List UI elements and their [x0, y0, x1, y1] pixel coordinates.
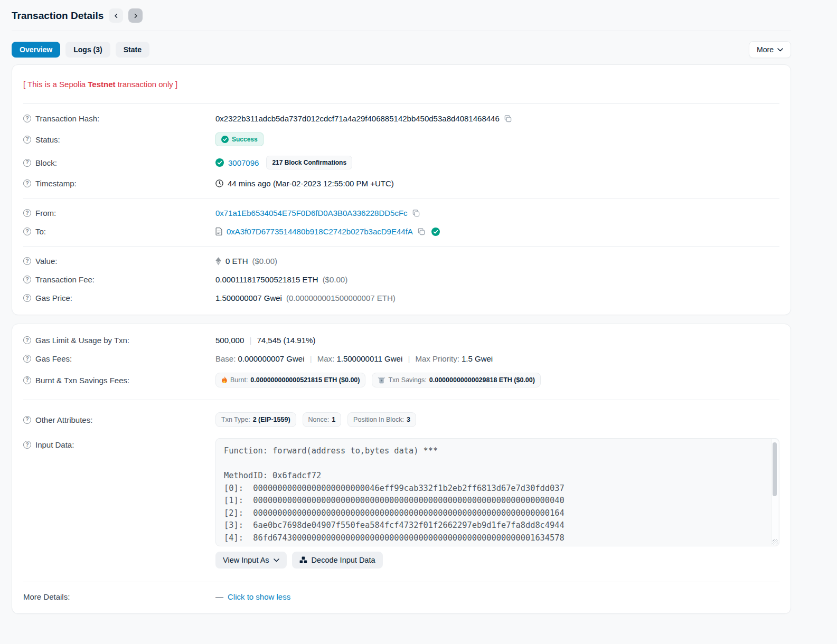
- divider: [23, 103, 779, 104]
- separator: |: [244, 336, 257, 345]
- more-dropdown-button[interactable]: More: [749, 41, 791, 58]
- copy-icon: [504, 115, 512, 122]
- help-icon[interactable]: ?: [23, 416, 31, 424]
- row-input-data: ?Input Data: Function: forward(address t…: [23, 432, 779, 573]
- block-confirmations-badge: 217 Block Confirmations: [266, 156, 352, 169]
- copy-to-address-button[interactable]: [417, 228, 425, 235]
- chevron-left-icon: [114, 13, 119, 18]
- eth-diamond-icon: [215, 257, 221, 266]
- minus-icon: —: [215, 592, 223, 601]
- block-number-link[interactable]: 3007096: [228, 158, 259, 167]
- from-address-link[interactable]: 0x71a1Eb6534054E75F0D6fD0A3B0A336228DD5c…: [215, 209, 408, 217]
- decode-input-data-button[interactable]: Decode Input Data: [292, 552, 383, 569]
- row-transaction-fee: ?Transaction Fee: 0.000111817500521815 E…: [23, 270, 779, 289]
- gas-limit-label: Gas Limit & Usage by Txn:: [35, 336, 129, 345]
- separator: |: [304, 354, 317, 363]
- position-in-block-badge: Position In Block: 3: [347, 412, 416, 427]
- to-address-link[interactable]: 0xA3f07D6773514480b918C2742b027b3acD9E44…: [227, 227, 413, 236]
- txn-hash-label: Transaction Hash:: [35, 114, 99, 123]
- help-icon[interactable]: ?: [23, 209, 31, 217]
- copy-icon: [417, 228, 425, 235]
- help-icon[interactable]: ?: [23, 115, 31, 122]
- tabs-row: Overview Logs (3) State More: [12, 41, 791, 58]
- scrollbar-thumb[interactable]: [773, 442, 777, 496]
- decode-input-data-label: Decode Input Data: [312, 556, 375, 564]
- tab-logs[interactable]: Logs (3): [65, 42, 110, 58]
- help-icon[interactable]: ?: [23, 136, 31, 144]
- verified-check-icon: [431, 228, 440, 236]
- chevron-down-icon: [274, 558, 279, 562]
- chevron-right-icon: [133, 13, 138, 18]
- row-value: ?Value: 0 ETH ($0.00): [23, 252, 779, 270]
- help-icon[interactable]: ?: [23, 336, 31, 344]
- burnt-badge-label: Burnt:: [230, 376, 248, 384]
- copy-from-address-button[interactable]: [412, 209, 420, 217]
- max-priority-label: Max Priority:: [415, 354, 459, 363]
- details-card: ?Gas Limit & Usage by Txn: 500,000 | 74,…: [12, 324, 791, 614]
- row-block: ?Block: 3007096 217 Block Confirmations: [23, 151, 779, 174]
- help-icon[interactable]: ?: [23, 159, 31, 167]
- help-icon[interactable]: ?: [23, 179, 31, 187]
- overview-card: [ This is a Sepolia Testnet transaction …: [12, 64, 791, 315]
- help-icon[interactable]: ?: [23, 228, 31, 235]
- gas-limit-value: 500,000: [215, 336, 244, 345]
- next-transaction-button[interactable]: [128, 8, 143, 23]
- more-label: More: [757, 45, 774, 54]
- check-circle-icon: [215, 158, 224, 167]
- position-label: Position In Block:: [353, 416, 404, 423]
- contract-file-icon: [215, 228, 222, 235]
- page-title: Transaction Details: [12, 10, 104, 22]
- fire-icon: [221, 376, 228, 384]
- help-icon[interactable]: ?: [23, 355, 31, 363]
- burnt-badge-value: 0.000000000000521815 ETH ($0.00): [250, 376, 360, 384]
- gas-price-eth: (0.000000001500000007 ETH): [286, 293, 396, 302]
- tab-overview[interactable]: Overview: [12, 42, 60, 58]
- block-label: Block:: [35, 158, 57, 167]
- status-badge: Success: [215, 132, 264, 146]
- nonce-value: 1: [332, 416, 335, 423]
- value-usd: ($0.00): [252, 257, 278, 266]
- input-data-label: Input Data:: [35, 440, 74, 449]
- help-icon[interactable]: ?: [23, 294, 31, 302]
- divider: [23, 582, 779, 582]
- txn-type-badge: Txn Type: 2 (EIP-1559): [215, 412, 296, 427]
- txn-type-label: Txn Type:: [221, 416, 250, 423]
- input-data-box[interactable]: Function: forward(address to,bytes data)…: [215, 438, 779, 546]
- value-label: Value:: [35, 257, 57, 266]
- resize-handle[interactable]: [773, 539, 778, 545]
- copy-txn-hash-button[interactable]: [504, 115, 512, 122]
- max-fee-value: 1.500000011 Gwei: [336, 354, 402, 363]
- position-value: 3: [407, 416, 410, 423]
- txn-savings-badge: Txn Savings: 0.00000000000029818 ETH ($0…: [372, 373, 540, 387]
- status-badge-label: Success: [232, 136, 258, 143]
- timestamp-label: Timestamp:: [35, 179, 77, 188]
- row-gas-fees: ?Gas Fees: Base: 0.000000007 Gwei | Max:…: [23, 349, 779, 368]
- row-from: ?From: 0x71a1Eb6534054E75F0D6fD0A3B0A336…: [23, 204, 779, 222]
- base-fee-value: 0.000000007 Gwei: [238, 354, 305, 363]
- help-icon[interactable]: ?: [23, 376, 31, 384]
- gas-price-amount: 1.500000007 Gwei: [215, 293, 282, 302]
- view-input-as-button[interactable]: View Input As: [215, 552, 287, 569]
- row-timestamp: ?Timestamp: 44 mins ago (Mar-02-2023 12:…: [23, 174, 779, 193]
- row-burnt-savings: ?Burnt & Txn Savings Fees: Burnt: 0.0000…: [23, 368, 779, 392]
- max-fee-label: Max:: [317, 354, 335, 363]
- value-amount: 0 ETH: [225, 257, 248, 266]
- scrollbar-track[interactable]: [772, 439, 778, 545]
- prev-transaction-button[interactable]: [109, 8, 123, 23]
- help-icon[interactable]: ?: [23, 257, 31, 265]
- row-gas-price: ?Gas Price: 1.500000007 Gwei (0.00000000…: [23, 289, 779, 307]
- chevron-down-icon: [777, 48, 783, 52]
- help-icon[interactable]: ?: [23, 441, 31, 449]
- tab-state[interactable]: State: [116, 42, 149, 58]
- show-less-link[interactable]: Click to show less: [228, 592, 290, 601]
- input-data-text: Function: forward(address to,bytes data)…: [224, 445, 766, 546]
- other-attributes-label: Other Attributes:: [35, 415, 92, 424]
- burnt-savings-label: Burnt & Txn Savings Fees:: [35, 376, 129, 385]
- check-circle-icon: [221, 136, 229, 143]
- status-label: Status:: [35, 135, 60, 144]
- help-icon[interactable]: ?: [23, 276, 31, 283]
- row-status: ?Status: Success: [23, 128, 779, 151]
- gas-fees-label: Gas Fees:: [35, 354, 72, 363]
- to-label: To:: [35, 227, 46, 236]
- row-transaction-hash: ?Transaction Hash: 0x2322b311adcb5da737d…: [23, 109, 779, 128]
